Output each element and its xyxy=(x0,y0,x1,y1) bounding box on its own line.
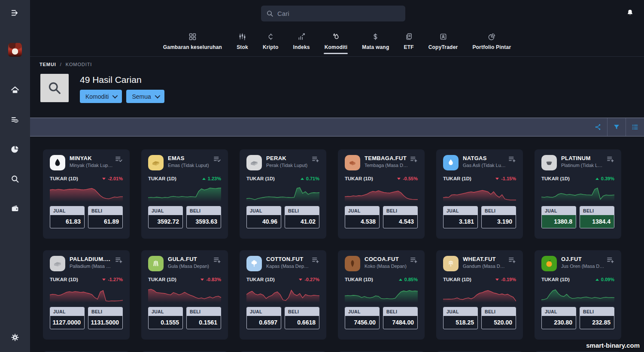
tab-copytrader[interactable]: CopyTrader xyxy=(428,32,458,56)
instrument-card[interactable]: COCOA.FUT Koko (Masa Depan) TUKAR (1D) 0… xyxy=(338,250,425,340)
instrument-card[interactable]: NATGAS Gas Asli (Tidak Luput) TUKAR (1D)… xyxy=(436,149,523,239)
change-period-label: TUKAR (1D) xyxy=(345,176,373,181)
search-input[interactable] xyxy=(277,10,400,17)
change-arrow-icon xyxy=(202,178,206,180)
tab-komoditi[interactable]: Komoditi xyxy=(325,32,348,56)
buy-button[interactable]: BELI 520.00 xyxy=(481,307,516,329)
instrument-card[interactable]: PALLADIUM.FUT Palladium (Masa Depan) TUK… xyxy=(43,250,130,340)
sell-button[interactable]: JUAL 4.538 xyxy=(345,206,380,228)
subcategory-dropdown[interactable]: Semua xyxy=(126,90,164,103)
buy-price: 0.6618 xyxy=(285,316,319,329)
global-search[interactable] xyxy=(261,6,405,21)
sell-button[interactable]: JUAL 61.83 xyxy=(50,206,85,228)
sell-button[interactable]: JUAL 518.25 xyxy=(443,307,478,329)
watchlist-menu-icon[interactable] xyxy=(312,257,319,265)
change-period-label: TUKAR (1D) xyxy=(443,176,471,181)
sell-button[interactable]: JUAL 230.80 xyxy=(541,307,576,329)
change-percent: -2.01% xyxy=(108,176,123,181)
sidebar-item-watchlist[interactable] xyxy=(0,110,30,129)
search-icon xyxy=(266,10,273,17)
tab-stok[interactable]: Stok xyxy=(237,32,248,56)
sell-button[interactable]: JUAL 0.6597 xyxy=(246,307,281,329)
instrument-card[interactable]: COTTON.FUT Kapas (Masa Depan) TUKAR (1D)… xyxy=(240,250,326,340)
watchlist-menu-icon[interactable] xyxy=(607,257,614,265)
change-percent: 0.09% xyxy=(601,277,614,282)
tab-portfolio-pintar[interactable]: Portfolio Pintar xyxy=(472,32,511,56)
change-indicator: 0.09% xyxy=(595,277,614,282)
change-percent: -1.15% xyxy=(501,176,516,181)
sell-button[interactable]: JUAL 1127.0000 xyxy=(50,307,85,329)
instrument-card[interactable]: PLATINUM Platinum (Tidak Luput) TUKAR (1… xyxy=(535,149,621,239)
tab-etf[interactable]: ETF xyxy=(404,32,413,56)
instrument-card[interactable]: TEMBAGA.FUT Tembaga (Masa Depan) TUKAR (… xyxy=(338,149,425,239)
instrument-card[interactable]: WHEAT.FUT Gandum (Masa Depan) TUKAR (1D)… xyxy=(436,250,523,340)
change-period-label: TUKAR (1D) xyxy=(246,176,275,181)
watchlist-menu-icon[interactable] xyxy=(508,156,516,164)
watchlist-menu-icon[interactable] xyxy=(115,156,123,164)
watchlist-menu-icon[interactable] xyxy=(410,156,418,164)
buy-button[interactable]: BELI 4.543 xyxy=(383,206,418,228)
buy-button[interactable]: BELI 0.1561 xyxy=(186,307,221,329)
filter-icon[interactable] xyxy=(607,118,626,136)
buy-button[interactable]: BELI 1131.5000 xyxy=(88,307,123,329)
instrument-card[interactable]: MINYAK Minyak (Tidak Luput) TUKAR (1D) -… xyxy=(43,149,130,239)
sidebar-item-wallet[interactable] xyxy=(0,199,30,218)
watchlist-menu-icon[interactable] xyxy=(508,257,516,265)
tab-indeks[interactable]: Indeks xyxy=(293,32,310,56)
results-toolbar xyxy=(30,118,644,137)
buy-button[interactable]: BELI 3.190 xyxy=(481,206,516,228)
tab-mata-wang[interactable]: Mata wang xyxy=(362,32,389,56)
sell-button[interactable]: JUAL 40.96 xyxy=(246,206,281,228)
share-icon[interactable] xyxy=(589,118,607,136)
buy-button[interactable]: BELI 232.85 xyxy=(580,307,614,329)
instrument-icon xyxy=(345,256,360,271)
instrument-card[interactable]: OJ.FUT Jus Oren (Masa Depan) TUKAR (1D) … xyxy=(535,250,621,340)
instrument-card[interactable]: EMAS Emas (Tidak Luput) TUKAR (1D) 1.23% xyxy=(141,149,228,239)
user-avatar[interactable] xyxy=(0,40,30,59)
change-arrow-icon xyxy=(595,178,599,180)
buy-button[interactable]: BELI 7484.00 xyxy=(383,307,418,329)
tab-gambaran-keseluruhan[interactable]: Gambaran keseluruhan xyxy=(163,32,222,56)
watchlist-menu-icon[interactable] xyxy=(607,156,614,164)
change-arrow-icon xyxy=(495,279,499,281)
sell-button[interactable]: JUAL 1380.8 xyxy=(541,206,576,228)
sparkline-chart xyxy=(443,184,516,202)
notifications-bell-icon[interactable] xyxy=(626,9,636,19)
change-arrow-icon xyxy=(595,279,599,281)
instrument-icon xyxy=(541,155,557,170)
sidebar-item-search[interactable] xyxy=(0,170,30,188)
change-percent: -0.55% xyxy=(403,176,418,181)
buy-button[interactable]: BELI 3593.63 xyxy=(186,206,221,228)
watchlist-menu-icon[interactable] xyxy=(312,156,319,164)
buy-button[interactable]: BELI 61.89 xyxy=(88,206,123,228)
sell-button[interactable]: JUAL 0.1555 xyxy=(148,307,183,329)
instrument-card[interactable]: GULA.FUT Gula (Masa Depan) TUKAR (1D) -0… xyxy=(141,250,228,340)
tab-kripto[interactable]: Kripto xyxy=(263,32,279,56)
sell-button[interactable]: JUAL 7456.00 xyxy=(345,307,380,329)
instrument-icon xyxy=(50,155,65,170)
sell-button[interactable]: JUAL 3592.72 xyxy=(148,206,183,228)
buy-button[interactable]: BELI 1384.4 xyxy=(580,206,614,228)
sidebar-item-settings[interactable] xyxy=(0,328,30,347)
buy-button[interactable]: BELI 41.02 xyxy=(285,206,319,228)
watchlist-menu-icon[interactable] xyxy=(213,257,221,265)
watchlist-menu-icon[interactable] xyxy=(213,156,221,164)
watchlist-menu-icon[interactable] xyxy=(410,257,418,265)
index-chart-icon xyxy=(297,32,306,41)
list-view-icon[interactable] xyxy=(626,118,644,136)
sell-button[interactable]: JUAL 3.181 xyxy=(443,206,478,228)
buy-button[interactable]: BELI 0.6618 xyxy=(285,307,319,329)
breadcrumb-discover[interactable]: TEMUI xyxy=(39,62,56,67)
sidebar-item-home[interactable] xyxy=(0,81,30,100)
change-arrow-icon xyxy=(301,178,304,180)
watchlist-menu-icon[interactable] xyxy=(115,257,123,265)
instrument-card[interactable]: PERAK Perak (Tidak Luput) TUKAR (1D) 0.7… xyxy=(240,149,326,239)
sparkline-chart xyxy=(443,285,516,303)
topbar xyxy=(30,0,644,27)
candlestick-icon xyxy=(238,32,247,41)
expand-menu-icon[interactable] xyxy=(0,3,30,22)
category-dropdown[interactable]: Komoditi xyxy=(80,90,122,103)
dollar-icon xyxy=(371,32,380,41)
sidebar-item-portfolio[interactable] xyxy=(0,140,30,159)
change-indicator: -0.83% xyxy=(200,277,221,282)
